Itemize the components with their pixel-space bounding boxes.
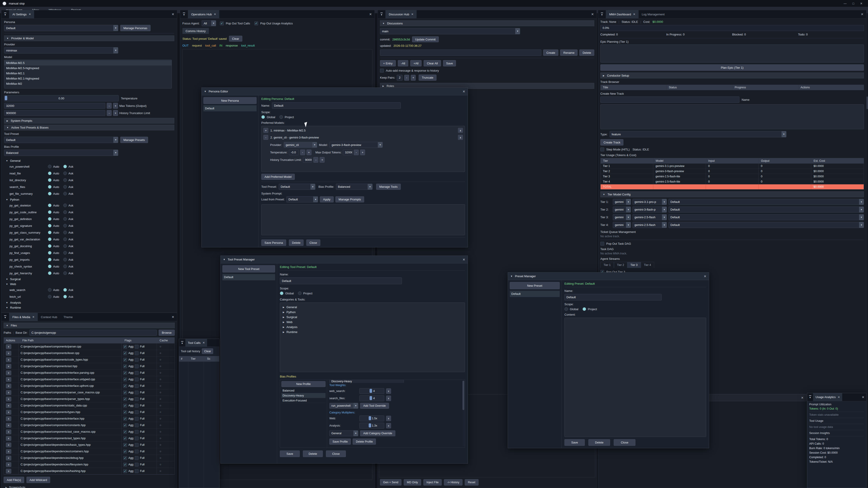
- tier-provider-dropdown[interactable]: gemini▼: [613, 214, 631, 220]
- full-checkbox[interactable]: ✓: [135, 423, 138, 427]
- temperature-slider[interactable]: 0.00: [4, 95, 119, 101]
- full-checkbox[interactable]: ✓: [135, 417, 138, 421]
- preset-name-input[interactable]: Default: [564, 294, 662, 300]
- pop-out-tool-calls-checkbox[interactable]: ✓: [220, 22, 224, 25]
- create-track-button[interactable]: Create Track: [600, 139, 623, 145]
- conductor-setup-section[interactable]: ▶Conductor Setup: [600, 72, 864, 78]
- entry-button[interactable]: Clear All: [424, 60, 441, 66]
- save-persona-button[interactable]: Save Persona: [261, 239, 286, 246]
- stream-tab[interactable]: Tier 2: [614, 262, 627, 268]
- section-runtime[interactable]: ▼Runtime: [4, 305, 174, 310]
- dock-menu-icon[interactable]: ▼: [1, 313, 9, 321]
- dock-menu-icon[interactable]: ▼: [1, 10, 9, 18]
- full-checkbox[interactable]: ✓: [135, 450, 138, 453]
- pop-out-task-dag-checkbox[interactable]: ✓: [600, 242, 604, 246]
- tab-discussion-hub[interactable]: Discussion Hub✕: [385, 10, 416, 18]
- remove-file-button[interactable]: x: [6, 344, 11, 349]
- auto-radio[interactable]: [48, 178, 52, 182]
- full-checkbox[interactable]: ✓: [135, 371, 138, 375]
- ask-radio[interactable]: [63, 258, 67, 261]
- tier-preset-dropdown[interactable]: Default▼: [669, 214, 864, 220]
- persona-tool-preset-dropdown[interactable]: Default▼: [279, 184, 315, 190]
- tab-theme[interactable]: Theme: [60, 313, 76, 321]
- tier-model-config-section[interactable]: ▼Tier Model Config: [600, 191, 864, 197]
- tier-preset-dropdown[interactable]: Default▼: [669, 206, 864, 213]
- move-up-button[interactable]: +: [264, 128, 268, 133]
- global-radio[interactable]: [261, 115, 265, 119]
- remove-model-button[interactable]: x: [458, 128, 463, 133]
- pref-max-output-input[interactable]: 32000: [343, 150, 352, 155]
- agg-checkbox[interactable]: ✓: [123, 423, 127, 427]
- delete-persona-button[interactable]: Delete: [289, 239, 304, 246]
- multiplier-slider[interactable]: 1.5x: [360, 416, 384, 421]
- new-profile-button[interactable]: New Profile: [281, 381, 326, 387]
- auto-radio[interactable]: [48, 295, 52, 298]
- move-down-button[interactable]: -: [264, 135, 268, 140]
- agg-checkbox[interactable]: ✓: [123, 364, 127, 368]
- panel-close-icon[interactable]: ✕: [860, 393, 866, 401]
- agg-checkbox[interactable]: ✓: [123, 456, 127, 460]
- remove-file-button[interactable]: x: [6, 416, 11, 421]
- entry-button[interactable]: + Entry: [380, 60, 396, 66]
- tab-log-management[interactable]: Log Management: [639, 10, 668, 18]
- pref-provider-dropdown[interactable]: gemini_cli▼: [284, 142, 317, 148]
- remove-file-button[interactable]: x: [6, 410, 11, 415]
- full-checkbox[interactable]: ✓: [135, 351, 138, 355]
- tier-model-dropdown[interactable]: gemini-2.5-flash▼: [632, 222, 667, 228]
- auto-radio[interactable]: [48, 210, 52, 214]
- category-override-dropdown[interactable]: General▼: [329, 430, 358, 436]
- remove-file-button[interactable]: x: [6, 351, 11, 356]
- model-list-item[interactable]: MiniMax-M2.1-highspeed: [4, 76, 172, 81]
- tier-provider-dropdown[interactable]: gemini▼: [613, 222, 631, 228]
- temp-plus-button[interactable]: +: [307, 150, 311, 155]
- update-commit-button[interactable]: Update Commit: [412, 36, 439, 42]
- track-type-dropdown[interactable]: feature▼: [610, 131, 786, 137]
- max-tokens-minus-button[interactable]: -: [107, 103, 112, 109]
- remove-file-button[interactable]: x: [6, 390, 11, 395]
- max-tokens-plus-button[interactable]: +: [113, 103, 118, 109]
- ask-radio[interactable]: [63, 192, 67, 195]
- remove-file-button[interactable]: x: [6, 429, 11, 434]
- full-checkbox[interactable]: ✓: [135, 364, 138, 368]
- agg-checkbox[interactable]: ✓: [123, 404, 127, 408]
- preset-manager-titlebar[interactable]: ▼ Preset Manager ✕: [508, 272, 709, 280]
- add-preferred-model-button[interactable]: Add Preferred Model: [261, 174, 295, 180]
- category-item[interactable]: ▶Surgical: [281, 315, 464, 320]
- clear-tool-calls-button[interactable]: Clear: [202, 348, 213, 354]
- ask-radio[interactable]: [63, 231, 67, 234]
- pref-temperature-input[interactable]: -0.0: [289, 150, 299, 155]
- tab-close-icon[interactable]: ✕: [203, 341, 205, 344]
- discussions-section[interactable]: ▼Discussions: [380, 20, 594, 26]
- remove-weight-button[interactable]: x: [386, 388, 391, 394]
- persona-bias-dropdown[interactable]: Balanced▼: [336, 184, 373, 190]
- agg-checkbox[interactable]: ✓: [123, 397, 127, 401]
- auto-radio[interactable]: [48, 288, 52, 292]
- agg-checkbox[interactable]: ✓: [123, 351, 127, 355]
- full-checkbox[interactable]: ✓: [135, 358, 138, 362]
- system-prompts-section[interactable]: ▶System Prompts: [4, 118, 174, 124]
- history-limit-minus-button[interactable]: -: [107, 110, 112, 116]
- preset-content-textarea[interactable]: [564, 318, 706, 437]
- ask-radio[interactable]: [63, 244, 67, 248]
- clear-status-button[interactable]: Clear: [229, 36, 242, 41]
- auto-radio[interactable]: [48, 251, 52, 255]
- history-minus-button[interactable]: -: [313, 157, 318, 163]
- create-button[interactable]: Create: [543, 50, 558, 56]
- model-list-item[interactable]: MiniMax-M2: [4, 81, 172, 86]
- full-checkbox[interactable]: ✓: [135, 378, 138, 381]
- tab-close-icon[interactable]: ✕: [633, 13, 636, 16]
- profile-name-input[interactable]: Discovery-Heavy: [329, 380, 404, 383]
- tier-provider-dropdown[interactable]: gemini▼: [613, 206, 631, 213]
- category-item[interactable]: ▶General: [281, 304, 464, 310]
- full-checkbox[interactable]: ✓: [135, 443, 138, 447]
- full-checkbox[interactable]: ✓: [135, 436, 138, 440]
- section-web[interactable]: ▼Web: [4, 282, 174, 287]
- delete-profile-button[interactable]: Delete Profile: [352, 438, 376, 445]
- history-plus-button[interactable]: +: [320, 157, 324, 163]
- close-tool-preset-button[interactable]: Close: [326, 451, 346, 457]
- entry-button[interactable]: +All: [410, 60, 422, 66]
- auto-radio[interactable]: [48, 192, 52, 195]
- scrollbar-thumb[interactable]: [867, 96, 868, 109]
- remove-file-button[interactable]: x: [6, 436, 11, 441]
- global-radio[interactable]: [564, 307, 568, 311]
